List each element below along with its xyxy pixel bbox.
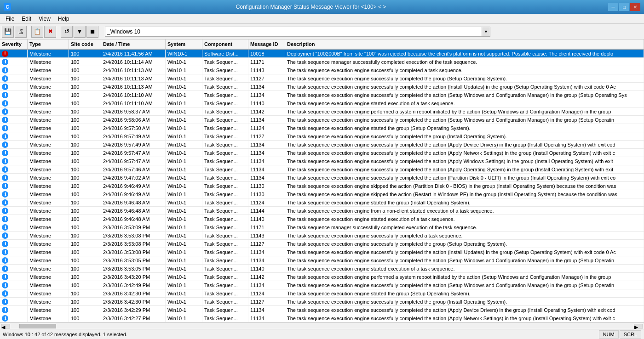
table-row[interactable]: ℹMilestone1002/3/2016 3:42:30 PMWin10-1T… bbox=[0, 298, 644, 306]
info-icon: ℹ bbox=[2, 208, 8, 214]
col-header-datetime[interactable]: Date / Time bbox=[101, 40, 166, 49]
cell-component: Task Sequen... bbox=[202, 273, 248, 281]
table-row[interactable]: ℹMilestone1002/4/2016 9:46:49 AMWin10-1T… bbox=[0, 190, 644, 198]
table-row[interactable]: ℹMilestone1002/3/2016 3:53:08 PMWin10-1T… bbox=[0, 248, 644, 256]
col-header-type[interactable]: Type bbox=[28, 40, 69, 49]
table-row[interactable]: ℹMilestone1002/3/2016 3:53:05 PMWin10-1T… bbox=[0, 256, 644, 265]
cell-system: Win10-1 bbox=[166, 215, 202, 223]
cell-sitecode: 100 bbox=[69, 265, 101, 272]
col-header-severity[interactable]: Severity bbox=[0, 40, 28, 49]
table-row[interactable]: ℹMilestone1002/4/2016 9:57:49 AMWin10-1T… bbox=[0, 132, 644, 141]
refresh-button[interactable]: ↺ bbox=[61, 26, 73, 38]
table-row[interactable]: ℹMilestone1002/4/2016 10:11:10 AMWin10-1… bbox=[0, 91, 644, 99]
cell-description: The task sequence execution engine succe… bbox=[285, 306, 644, 314]
message-table[interactable]: !Milestone1002/4/2016 11:41:56 AMWIN10-1… bbox=[0, 50, 644, 322]
cell-component: Task Sequen... bbox=[202, 91, 248, 99]
table-row[interactable]: ℹMilestone1002/4/2016 9:58:37 AMWin10-1T… bbox=[0, 107, 644, 116]
cell-severity: ℹ bbox=[0, 174, 28, 181]
filter-input[interactable] bbox=[105, 27, 482, 37]
table-row[interactable]: ℹMilestone1002/4/2016 9:47:02 AMWin10-1T… bbox=[0, 174, 644, 182]
cell-component: Task Sequen... bbox=[202, 74, 248, 82]
table-row[interactable]: ℹMilestone1002/4/2016 9:46:48 AMWin10-1T… bbox=[0, 207, 644, 215]
cell-datetime: 2/3/2016 3:53:08 PM bbox=[101, 232, 166, 239]
delete-button[interactable]: ✖ bbox=[44, 26, 56, 38]
cell-component: Task Sequen... bbox=[202, 116, 248, 124]
num-indicator: NUM bbox=[599, 330, 619, 339]
cell-type: Milestone bbox=[28, 190, 69, 198]
table-row[interactable]: ℹMilestone1002/3/2016 3:53:09 PMWin10-1T… bbox=[0, 223, 644, 232]
toolbar: 💾 🖨 📋 ✖ ↺ ▼ ⏹ ▼ bbox=[0, 24, 644, 40]
cell-sitecode: 100 bbox=[69, 273, 101, 281]
cell-messageid: 11134 bbox=[248, 248, 285, 256]
table-row[interactable]: ℹMilestone1002/3/2016 3:42:27 PMWin10-1T… bbox=[0, 314, 644, 322]
col-header-system[interactable]: System bbox=[166, 40, 202, 49]
cell-messageid: 11134 bbox=[248, 141, 285, 148]
close-button[interactable]: ✕ bbox=[630, 3, 640, 11]
table-row[interactable]: ℹMilestone1002/4/2016 10:11:10 AMWin10-1… bbox=[0, 99, 644, 107]
cell-description: The task sequence execution engine succe… bbox=[285, 74, 644, 82]
cell-messageid: 11134 bbox=[248, 165, 285, 173]
cell-datetime: 2/4/2016 9:57:49 AM bbox=[101, 141, 166, 148]
col-header-description[interactable]: Description bbox=[285, 40, 644, 49]
table-row[interactable]: ℹMilestone1002/3/2016 3:53:08 PMWin10-1T… bbox=[0, 240, 644, 248]
cell-severity: ℹ bbox=[0, 207, 28, 215]
cell-datetime: 2/3/2016 3:53:08 PM bbox=[101, 240, 166, 248]
table-row[interactable]: ℹMilestone1002/3/2016 3:43:20 PMWin10-1T… bbox=[0, 273, 644, 281]
table-row[interactable]: ℹMilestone1002/4/2016 10:11:13 AMWin10-1… bbox=[0, 66, 644, 74]
info-icon: ℹ bbox=[2, 133, 8, 140]
cell-datetime: 2/4/2016 10:11:13 AM bbox=[101, 74, 166, 82]
hscroll-left-button[interactable]: ◀ bbox=[1, 324, 10, 328]
table-row[interactable]: ℹMilestone1002/4/2016 10:11:13 AMWin10-1… bbox=[0, 74, 644, 83]
table-row[interactable]: ℹMilestone1002/4/2016 9:58:06 AMWin10-1T… bbox=[0, 116, 644, 124]
menu-view[interactable]: View bbox=[35, 15, 54, 23]
table-row[interactable]: ℹMilestone1002/4/2016 9:57:47 AMWin10-1T… bbox=[0, 149, 644, 157]
cell-sitecode: 100 bbox=[69, 240, 101, 248]
cell-type: Milestone bbox=[28, 132, 69, 140]
cell-severity: ℹ bbox=[0, 132, 28, 140]
table-row[interactable]: ℹMilestone1002/4/2016 9:46:48 AMWin10-1T… bbox=[0, 198, 644, 207]
table-row[interactable]: ℹMilestone1002/3/2016 3:42:29 PMWin10-1T… bbox=[0, 306, 644, 314]
menu-edit[interactable]: Edit bbox=[18, 15, 35, 23]
maximize-button[interactable]: □ bbox=[619, 3, 629, 11]
table-row[interactable]: ℹMilestone1002/4/2016 9:46:49 AMWin10-1T… bbox=[0, 182, 644, 190]
hscroll-thumb[interactable] bbox=[19, 324, 56, 328]
cell-type: Milestone bbox=[28, 107, 69, 115]
table-row[interactable]: ℹMilestone1002/4/2016 9:46:48 AMWin10-1T… bbox=[0, 215, 644, 223]
table-row[interactable]: ℹMilestone1002/4/2016 9:57:50 AMWin10-1T… bbox=[0, 124, 644, 132]
save-button[interactable]: 💾 bbox=[2, 26, 14, 38]
cell-severity: ℹ bbox=[0, 298, 28, 305]
print-button[interactable]: 🖨 bbox=[15, 26, 27, 38]
menu-file[interactable]: File bbox=[2, 15, 18, 23]
table-row[interactable]: ℹMilestone1002/3/2016 3:53:05 PMWin10-1T… bbox=[0, 265, 644, 273]
cell-type: Milestone bbox=[28, 99, 69, 107]
filter-button[interactable]: ▼ bbox=[74, 26, 86, 38]
table-row[interactable]: ℹMilestone1002/3/2016 3:42:30 PMWin10-1T… bbox=[0, 289, 644, 298]
col-header-sitecode[interactable]: Site code bbox=[69, 40, 101, 49]
hscroll-right-button[interactable]: ▶ bbox=[634, 324, 643, 328]
cell-system: Win10-1 bbox=[166, 157, 202, 165]
info-icon: ℹ bbox=[2, 92, 8, 98]
stop-button[interactable]: ⏹ bbox=[86, 26, 98, 38]
cell-component: Task Sequen... bbox=[202, 289, 248, 297]
table-row[interactable]: ℹMilestone1002/3/2016 3:42:49 PMWin10-1T… bbox=[0, 281, 644, 289]
cell-description: The task sequence execution engine succe… bbox=[285, 157, 644, 165]
filter-dropdown-arrow[interactable]: ▼ bbox=[482, 27, 490, 37]
table-row[interactable]: ℹMilestone1002/4/2016 9:57:49 AMWin10-1T… bbox=[0, 141, 644, 149]
table-row[interactable]: ℹMilestone1002/4/2016 9:57:46 AMWin10-1T… bbox=[0, 165, 644, 174]
table-row[interactable]: ℹMilestone1002/4/2016 10:11:13 AMWin10-1… bbox=[0, 83, 644, 91]
cell-messageid: 11124 bbox=[248, 198, 285, 206]
table-row[interactable]: ℹMilestone1002/4/2016 10:11:14 AMWin10-1… bbox=[0, 58, 644, 66]
horizontal-scrollbar[interactable]: ◀ ▶ bbox=[0, 322, 644, 329]
minimize-button[interactable]: ─ bbox=[608, 3, 618, 11]
cell-severity: ℹ bbox=[0, 215, 28, 223]
cell-sitecode: 100 bbox=[69, 83, 101, 90]
cell-component: Task Sequen... bbox=[202, 83, 248, 90]
copy-button[interactable]: 📋 bbox=[31, 26, 43, 38]
table-row[interactable]: !Milestone1002/4/2016 11:41:56 AMWIN10-1… bbox=[0, 50, 644, 58]
table-row[interactable]: ℹMilestone1002/4/2016 9:57:47 AMWin10-1T… bbox=[0, 157, 644, 165]
table-row[interactable]: ℹMilestone1002/3/2016 3:53:08 PMWin10-1T… bbox=[0, 232, 644, 240]
col-header-messageid[interactable]: Message ID bbox=[248, 40, 285, 49]
menu-help[interactable]: Help bbox=[54, 15, 73, 23]
col-header-component[interactable]: Component bbox=[202, 40, 248, 49]
info-icon: ℹ bbox=[2, 175, 8, 181]
